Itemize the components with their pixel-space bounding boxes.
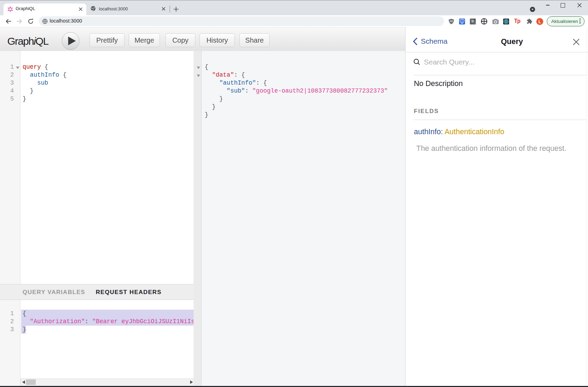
svg-text:P: P <box>471 19 474 24</box>
svg-text:L: L <box>538 19 541 24</box>
svg-text:UO: UO <box>450 20 453 22</box>
